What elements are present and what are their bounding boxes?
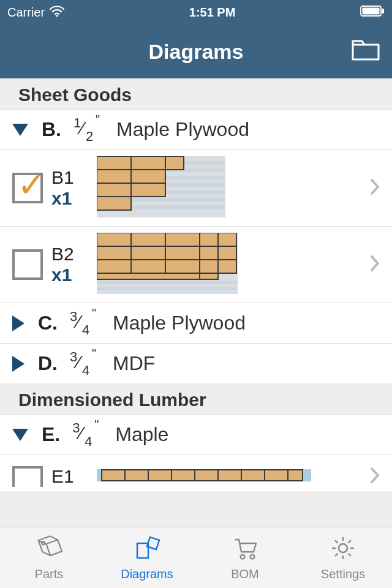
content-scroll[interactable]: Sheet Goods B. 1 ⁄ 2 " Maple Plywood ✓ B… (0, 78, 392, 527)
svg-rect-42 (125, 470, 148, 481)
svg-rect-31 (200, 246, 218, 260)
svg-rect-29 (131, 246, 165, 260)
tab-label: Parts (35, 567, 64, 581)
tag-icon (36, 535, 62, 565)
gear-icon (330, 535, 356, 565)
chevron-right-icon (370, 178, 380, 198)
checkbox-b1[interactable]: ✓ (12, 173, 43, 203)
svg-rect-12 (97, 156, 131, 170)
svg-point-0 (56, 15, 58, 17)
tab-bom[interactable]: BOM (196, 527, 294, 588)
svg-rect-17 (97, 183, 131, 197)
diagram-label: B2 (51, 244, 88, 265)
shapes-icon (134, 535, 160, 565)
wifi-icon (50, 6, 64, 20)
section-header-lumber: Dimensioned Lumber (0, 383, 392, 414)
diagram-qty: x1 (51, 188, 88, 209)
svg-rect-22 (97, 287, 238, 290)
chevron-right-icon (12, 356, 24, 372)
material-name: Maple (115, 423, 168, 446)
material-row-c[interactable]: C. 3 ⁄ 4 " Maple Plywood (0, 303, 392, 343)
material-row-b[interactable]: B. 1 ⁄ 2 " Maple Plywood (0, 109, 392, 149)
tab-diagrams[interactable]: Diagrams (98, 527, 196, 588)
cut-preview-e1 (97, 469, 311, 484)
battery-icon (360, 6, 385, 20)
svg-rect-39 (200, 273, 218, 279)
chevron-right-icon (370, 467, 380, 486)
svg-rect-37 (218, 260, 236, 273)
tab-label: BOM (231, 567, 259, 581)
dimension-fraction: 3 ⁄ 4 " (69, 353, 99, 375)
checkbox-e1[interactable] (12, 466, 43, 487)
chevron-down-icon (12, 429, 28, 441)
diagram-qty: x1 (51, 265, 88, 285)
clock: 1:51 PM (189, 6, 236, 20)
checkbox-b2[interactable] (12, 249, 43, 280)
folder-icon (352, 53, 380, 64)
svg-rect-30 (165, 246, 200, 260)
svg-rect-16 (131, 170, 165, 183)
diagram-row-e1[interactable]: E1 (0, 454, 392, 491)
svg-rect-33 (97, 260, 131, 273)
diagram-row-b1[interactable]: ✓ B1 x1 (0, 149, 392, 226)
dimension-fraction: 3 ⁄ 4 " (69, 312, 99, 334)
cut-preview-b1 (97, 156, 225, 220)
material-row-d[interactable]: D. 3 ⁄ 4 " MDF (0, 343, 392, 383)
svg-rect-35 (165, 260, 200, 273)
svg-rect-26 (200, 233, 218, 246)
svg-rect-25 (165, 233, 200, 246)
svg-rect-41 (102, 470, 125, 481)
tab-bar: Parts Diagrams BOM Settings (0, 527, 392, 588)
material-row-e[interactable]: E. 3 ⁄ 4 " Maple (0, 414, 392, 454)
svg-rect-27 (218, 233, 236, 246)
chevron-right-icon (370, 255, 380, 274)
material-name: Maple Plywood (113, 312, 246, 334)
svg-rect-24 (131, 233, 165, 246)
svg-rect-44 (172, 470, 195, 481)
material-name: MDF (113, 352, 155, 375)
svg-rect-43 (148, 470, 172, 481)
svg-rect-47 (241, 470, 265, 481)
svg-rect-28 (97, 246, 131, 260)
svg-rect-36 (200, 260, 218, 273)
tab-parts[interactable]: Parts (0, 527, 98, 588)
diagram-label: B1 (51, 167, 88, 188)
folder-button[interactable] (352, 39, 380, 64)
status-bar: Carrier 1:51 PM (0, 0, 392, 24)
chevron-right-icon (12, 315, 24, 331)
dimension-fraction: 3 ⁄ 4 " (71, 424, 102, 446)
cart-icon (232, 535, 258, 565)
svg-point-55 (339, 544, 347, 552)
tab-settings[interactable]: Settings (294, 527, 392, 588)
material-letter: B. (42, 118, 61, 141)
section-header-sheet-goods: Sheet Goods (0, 78, 392, 109)
svg-rect-23 (97, 233, 131, 246)
svg-rect-3 (382, 9, 385, 13)
material-letter: E. (42, 423, 60, 446)
diagram-row-b2[interactable]: B2 x1 (0, 226, 392, 303)
svg-rect-49 (288, 470, 303, 481)
material-letter: C. (38, 312, 58, 334)
tab-label: Diagrams (121, 567, 173, 581)
svg-rect-19 (97, 197, 131, 210)
carrier-label: Carrier (7, 6, 45, 20)
svg-rect-15 (97, 170, 131, 183)
tab-label: Settings (321, 567, 365, 581)
svg-rect-13 (131, 156, 165, 170)
material-name: Maple Plywood (116, 118, 249, 141)
svg-rect-2 (363, 7, 380, 14)
page-title: Diagrams (149, 40, 244, 64)
svg-rect-45 (195, 470, 218, 481)
material-letter: D. (38, 352, 58, 375)
diagram-label: E1 (51, 466, 88, 487)
svg-point-54 (251, 554, 255, 559)
cut-preview-b2 (97, 233, 238, 296)
svg-rect-38 (97, 273, 200, 279)
svg-point-53 (241, 554, 245, 559)
svg-rect-14 (165, 156, 184, 170)
svg-rect-18 (131, 183, 165, 197)
svg-rect-32 (218, 246, 236, 260)
checkmark-icon: ✓ (17, 168, 46, 202)
nav-bar: Diagrams (0, 24, 392, 78)
chevron-down-icon (12, 124, 28, 136)
